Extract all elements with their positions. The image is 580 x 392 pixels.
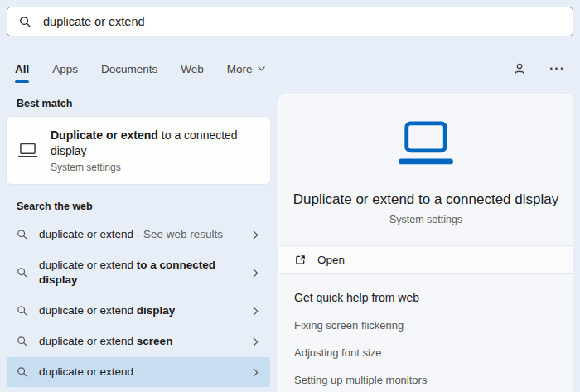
chevron-right-icon bbox=[253, 269, 259, 278]
search-icon bbox=[17, 305, 28, 317]
tab-web[interactable]: Web bbox=[181, 63, 204, 75]
chevron-right-icon bbox=[253, 368, 259, 377]
tab-documents[interactable]: Documents bbox=[101, 63, 157, 75]
tab-apps[interactable]: Apps bbox=[52, 63, 78, 75]
results-list: Best match Duplicate or extend to a conn… bbox=[7, 94, 270, 392]
open-action[interactable]: Open bbox=[279, 246, 573, 273]
web-suggestion-row[interactable]: duplicate or extend display bbox=[7, 296, 270, 326]
help-link[interactable]: Fixing screen flickering bbox=[294, 319, 558, 332]
web-suggestion-row[interactable]: duplicate or extend - See web results bbox=[7, 220, 270, 249]
best-match-result[interactable]: Duplicate or extend to a connected displ… bbox=[7, 117, 270, 184]
filter-tabs: All Apps Documents Web More ··· bbox=[0, 60, 580, 78]
help-link[interactable]: Adjusting font size bbox=[294, 346, 558, 359]
more-options-icon[interactable]: ··· bbox=[549, 65, 565, 73]
search-icon bbox=[17, 336, 28, 347]
open-icon bbox=[294, 254, 307, 266]
chevron-right-icon bbox=[253, 230, 259, 240]
suggestion-text: duplicate or extend display bbox=[39, 303, 242, 318]
best-match-title-bold: Duplicate or extend bbox=[51, 128, 158, 142]
laptop-icon bbox=[279, 120, 573, 175]
best-match-header: Best match bbox=[17, 98, 270, 109]
search-input[interactable] bbox=[41, 14, 561, 29]
divider bbox=[279, 273, 573, 274]
tab-more-label: More bbox=[227, 63, 253, 75]
suggestion-text: duplicate or extend to a connected displ… bbox=[39, 258, 242, 288]
help-link[interactable]: Setting up multiple monitors bbox=[294, 374, 558, 386]
quick-help-header: Get quick help from web bbox=[294, 291, 558, 304]
tab-more[interactable]: More bbox=[227, 63, 265, 75]
suggestion-text: duplicate or extend screen bbox=[39, 334, 242, 349]
web-suggestion-row[interactable]: duplicate or extend bbox=[7, 357, 270, 387]
search-icon bbox=[17, 229, 28, 240]
web-suggestion-row[interactable]: duplicate or extend screen bbox=[7, 327, 270, 356]
chevron-right-icon bbox=[253, 337, 259, 346]
preview-title: Duplicate or extend to a connected displ… bbox=[279, 191, 573, 208]
tab-all[interactable]: All bbox=[15, 63, 29, 75]
web-suggestion-row[interactable]: duplicate or extend to a connected displ… bbox=[7, 250, 270, 295]
suggestion-text: duplicate or extend - See web results bbox=[39, 227, 242, 242]
search-icon bbox=[17, 267, 28, 278]
search-icon bbox=[19, 16, 31, 28]
search-bar[interactable] bbox=[7, 7, 573, 36]
account-icon[interactable] bbox=[513, 62, 526, 75]
search-icon bbox=[17, 366, 28, 378]
chevron-right-icon bbox=[253, 307, 259, 316]
chevron-down-icon bbox=[258, 66, 265, 71]
suggestion-text: duplicate or extend bbox=[39, 365, 242, 380]
open-label: Open bbox=[317, 254, 345, 266]
preview-panel: Duplicate or extend to a connected displ… bbox=[278, 94, 573, 392]
best-match-subtitle: System settings bbox=[51, 162, 260, 173]
best-match-text: Duplicate or extend to a connected displ… bbox=[51, 128, 260, 173]
best-match-title: Duplicate or extend to a connected displ… bbox=[51, 128, 238, 157]
preview-subtitle: System settings bbox=[279, 214, 573, 225]
display-icon bbox=[17, 142, 39, 159]
search-window: All Apps Documents Web More ··· Best mat… bbox=[0, 7, 580, 392]
search-web-header: Search the web bbox=[17, 201, 270, 212]
results-area: Best match Duplicate or extend to a conn… bbox=[0, 78, 580, 392]
